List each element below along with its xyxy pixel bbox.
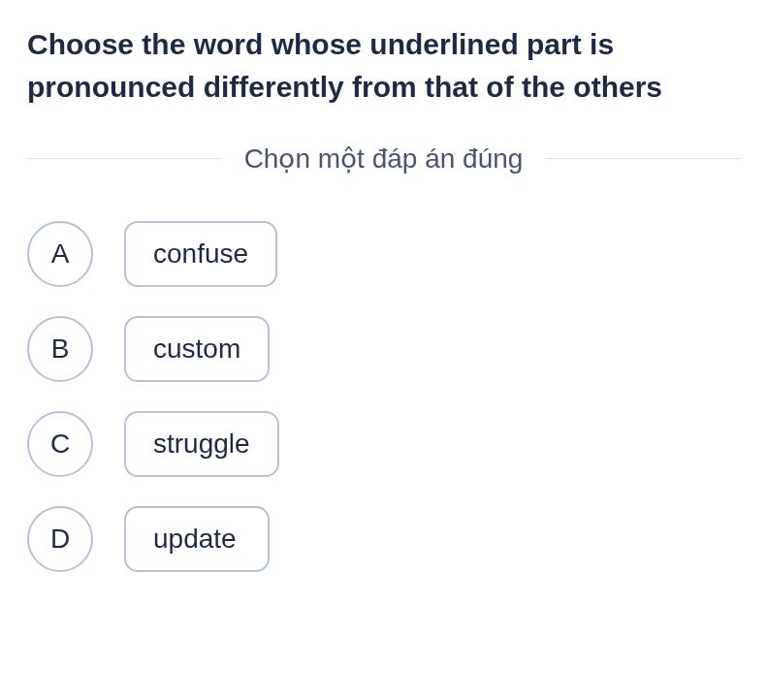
option-row-b: B custom xyxy=(27,316,740,382)
option-row-a: A confuse xyxy=(27,221,740,287)
options-list: A confuse B custom C struggle D update xyxy=(27,221,740,572)
option-word-c[interactable]: struggle xyxy=(124,411,279,477)
divider-line-right xyxy=(546,158,740,159)
question-text: Choose the word whose underlined part is… xyxy=(27,23,740,108)
divider-line-left xyxy=(27,158,221,159)
option-word-b[interactable]: custom xyxy=(124,316,270,382)
option-word-a[interactable]: confuse xyxy=(124,221,277,287)
option-letter-c[interactable]: C xyxy=(27,411,93,477)
option-letter-b[interactable]: B xyxy=(27,316,93,382)
option-row-c: C struggle xyxy=(27,411,740,477)
option-letter-a[interactable]: A xyxy=(27,221,93,287)
option-word-d[interactable]: update xyxy=(124,506,270,572)
option-letter-d[interactable]: D xyxy=(27,506,93,572)
instruction-divider: Chọn một đáp án đúng xyxy=(27,143,740,175)
option-row-d: D update xyxy=(27,506,740,572)
instruction-label: Chọn một đáp án đúng xyxy=(221,143,547,175)
